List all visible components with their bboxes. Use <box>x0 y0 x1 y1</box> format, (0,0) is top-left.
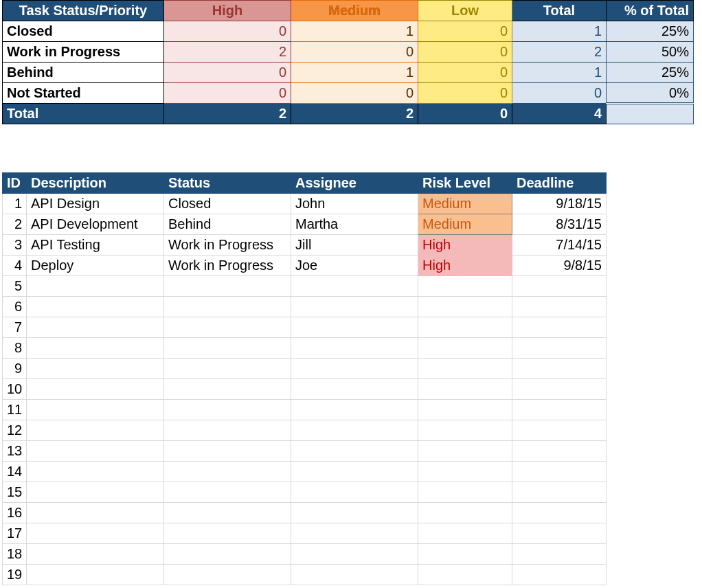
summary-cell-pct[interactable]: 25% <box>607 63 694 83</box>
task-assignee[interactable] <box>291 420 418 441</box>
task-assignee[interactable] <box>291 276 418 297</box>
task-status[interactable]: Work in Progress <box>164 256 291 276</box>
task-risk[interactable] <box>418 297 512 317</box>
task-assignee[interactable] <box>291 359 418 379</box>
task-risk[interactable]: Medium <box>418 214 512 235</box>
task-description[interactable] <box>27 359 164 379</box>
task-id[interactable]: 1 <box>3 194 27 214</box>
task-description[interactable] <box>27 441 164 462</box>
task-assignee[interactable]: Joe <box>291 256 418 276</box>
summary-cell-medium[interactable]: 0 <box>291 42 418 63</box>
task-id[interactable]: 15 <box>3 482 27 503</box>
summary-row-label[interactable]: Closed <box>3 21 164 42</box>
task-deadline[interactable]: 9/8/15 <box>512 256 607 276</box>
task-status[interactable] <box>164 359 291 379</box>
task-assignee[interactable]: John <box>291 194 418 214</box>
task-description[interactable] <box>27 482 164 503</box>
task-id[interactable]: 6 <box>3 297 27 317</box>
summary-row-label[interactable]: Behind <box>3 63 164 83</box>
task-id[interactable]: 11 <box>3 400 27 420</box>
task-risk[interactable] <box>418 400 512 420</box>
task-id[interactable]: 17 <box>3 523 27 544</box>
summary-cell-total[interactable]: 1 <box>512 63 607 83</box>
task-description[interactable] <box>27 523 164 544</box>
task-status[interactable] <box>164 523 291 544</box>
task-risk[interactable] <box>418 565 512 585</box>
task-status[interactable] <box>164 503 291 523</box>
task-deadline[interactable] <box>512 379 607 400</box>
task-assignee[interactable] <box>291 544 418 565</box>
task-deadline[interactable] <box>512 317 607 338</box>
summary-cell-medium[interactable]: 1 <box>291 63 418 83</box>
task-status[interactable]: Work in Progress <box>164 235 291 256</box>
summary-total-high[interactable]: 2 <box>164 104 291 124</box>
task-assignee[interactable] <box>291 523 418 544</box>
task-id[interactable]: 4 <box>3 256 27 276</box>
task-status[interactable] <box>164 400 291 420</box>
summary-cell-low[interactable]: 0 <box>418 42 512 63</box>
task-status[interactable] <box>164 544 291 565</box>
task-deadline[interactable] <box>512 276 607 297</box>
summary-cell-low[interactable]: 0 <box>418 83 512 104</box>
task-risk[interactable] <box>418 503 512 523</box>
summary-total-medium[interactable]: 2 <box>291 104 418 124</box>
task-status[interactable]: Closed <box>164 194 291 214</box>
summary-cell-high[interactable]: 2 <box>164 42 291 63</box>
task-deadline[interactable] <box>512 297 607 317</box>
task-status[interactable] <box>164 338 291 359</box>
task-id[interactable]: 19 <box>3 565 27 585</box>
summary-cell-medium[interactable]: 1 <box>291 21 418 42</box>
task-description[interactable]: API Design <box>27 194 164 214</box>
task-risk[interactable] <box>418 420 512 441</box>
summary-cell-total[interactable]: 0 <box>512 83 607 104</box>
task-deadline[interactable]: 9/18/15 <box>512 194 607 214</box>
task-description[interactable] <box>27 400 164 420</box>
task-deadline[interactable]: 8/31/15 <box>512 214 607 235</box>
task-id[interactable]: 18 <box>3 544 27 565</box>
task-deadline[interactable] <box>512 482 607 503</box>
task-description[interactable] <box>27 462 164 482</box>
task-risk[interactable] <box>418 523 512 544</box>
task-risk[interactable] <box>418 441 512 462</box>
task-description[interactable] <box>27 317 164 338</box>
summary-cell-medium[interactable]: 0 <box>291 83 418 104</box>
task-status[interactable] <box>164 441 291 462</box>
summary-cell-pct[interactable]: 25% <box>607 21 694 42</box>
task-id[interactable]: 16 <box>3 503 27 523</box>
task-description[interactable]: API Testing <box>27 235 164 256</box>
task-risk[interactable] <box>418 338 512 359</box>
task-id[interactable]: 13 <box>3 441 27 462</box>
task-status[interactable] <box>164 276 291 297</box>
task-id[interactable]: 3 <box>3 235 27 256</box>
task-description[interactable] <box>27 276 164 297</box>
task-deadline[interactable] <box>512 544 607 565</box>
summary-cell-high[interactable]: 0 <box>164 21 291 42</box>
summary-total-low[interactable]: 0 <box>418 104 512 124</box>
task-assignee[interactable] <box>291 400 418 420</box>
summary-row-label[interactable]: Work in Progress <box>3 42 164 63</box>
task-deadline[interactable] <box>512 338 607 359</box>
task-description[interactable] <box>27 297 164 317</box>
summary-total-total[interactable]: 4 <box>512 104 607 124</box>
task-assignee[interactable] <box>291 338 418 359</box>
task-status[interactable] <box>164 297 291 317</box>
task-risk[interactable]: High <box>418 256 512 276</box>
task-assignee[interactable] <box>291 297 418 317</box>
task-description[interactable] <box>27 338 164 359</box>
task-risk[interactable] <box>418 359 512 379</box>
task-id[interactable]: 14 <box>3 462 27 482</box>
task-status[interactable] <box>164 379 291 400</box>
task-id[interactable]: 7 <box>3 317 27 338</box>
task-status[interactable] <box>164 462 291 482</box>
task-id[interactable]: 8 <box>3 338 27 359</box>
task-deadline[interactable] <box>512 462 607 482</box>
task-id[interactable]: 9 <box>3 359 27 379</box>
summary-cell-pct[interactable]: 50% <box>607 42 694 63</box>
task-assignee[interactable] <box>291 317 418 338</box>
task-description[interactable] <box>27 544 164 565</box>
summary-total-label[interactable]: Total <box>3 104 164 124</box>
task-risk[interactable]: High <box>418 235 512 256</box>
summary-cell-low[interactable]: 0 <box>418 63 512 83</box>
task-description[interactable]: API Development <box>27 214 164 235</box>
task-assignee[interactable] <box>291 441 418 462</box>
